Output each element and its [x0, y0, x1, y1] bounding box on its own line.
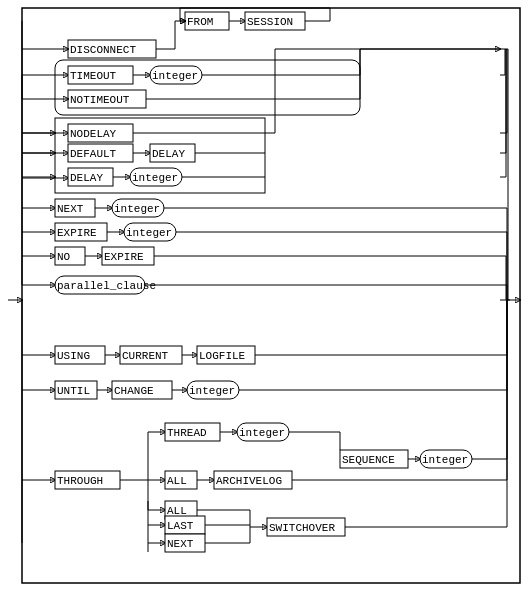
no-label: NO — [57, 251, 71, 263]
next-label: NEXT — [57, 203, 84, 215]
switchover-label: SWITCHOVER — [269, 522, 335, 534]
archivelog-label: ARCHIVELOG — [216, 475, 282, 487]
integer1-label: integer — [152, 70, 198, 82]
last-label: LAST — [167, 520, 194, 532]
all-label: ALL — [167, 475, 187, 487]
using-label: USING — [57, 350, 90, 362]
expire2-label: EXPIRE — [104, 251, 144, 263]
parallel-clause-label: parallel_clause — [57, 280, 156, 292]
notimeout-label: NOTIMEOUT — [70, 94, 130, 106]
delay-label: DELAY — [152, 148, 185, 160]
nodelay-label: NODELAY — [70, 128, 117, 140]
sequence-label: SEQUENCE — [342, 454, 395, 466]
integer3-label: integer — [114, 203, 160, 215]
expire-label: EXPIRE — [57, 227, 97, 239]
disconnect-label: DISCONNECT — [70, 44, 136, 56]
from-label: FROM — [187, 16, 213, 28]
session-label: SESSION — [247, 16, 293, 28]
until-label: UNTIL — [57, 385, 90, 397]
integer5-label: integer — [189, 385, 235, 397]
thread-label: THREAD — [167, 427, 207, 439]
integer6-label: integer — [239, 427, 285, 439]
all2-label: ALL — [167, 505, 187, 517]
default-label: DEFAULT — [70, 148, 117, 160]
next2-label: NEXT — [167, 538, 194, 550]
railroad-diagram: FROM SESSION DISCONNECT TIMEOUT integer — [0, 0, 529, 593]
timeout-label: TIMEOUT — [70, 70, 117, 82]
through-label: THROUGH — [57, 475, 103, 487]
change-label: CHANGE — [114, 385, 154, 397]
integer7-label: integer — [422, 454, 468, 466]
integer2-label: integer — [132, 172, 178, 184]
logfile-label: LOGFILE — [199, 350, 246, 362]
current-label: CURRENT — [122, 350, 169, 362]
integer4-label: integer — [126, 227, 172, 239]
delay2-label: DELAY — [70, 172, 103, 184]
